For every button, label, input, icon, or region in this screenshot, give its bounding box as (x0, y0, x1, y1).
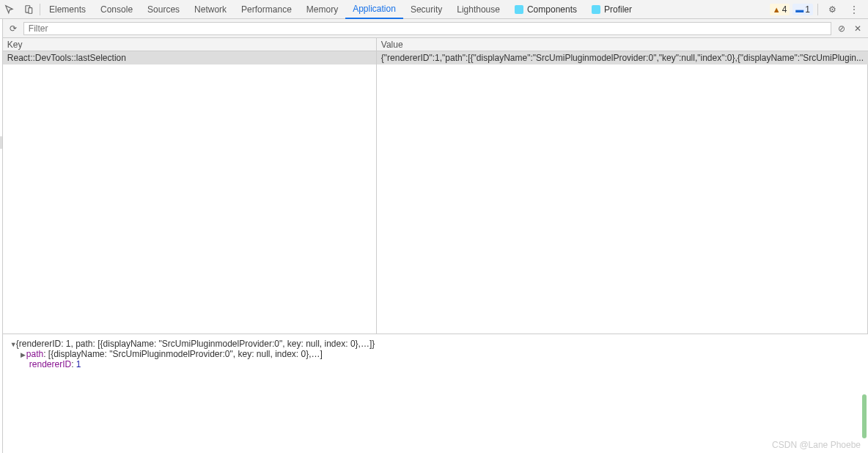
tab-network[interactable]: Network (187, 0, 234, 19)
filter-input[interactable] (23, 22, 831, 35)
obj-key: rendererID (29, 359, 71, 369)
tab-label: Profiler (604, 4, 632, 15)
filter-bar: ⟳ ⊘ ✕ (3, 19, 868, 38)
table-empty (3, 65, 868, 334)
table-row[interactable]: React::DevTools::lastSelection {"rendere… (3, 51, 868, 65)
react-icon (592, 5, 600, 14)
svg-rect-1 (29, 7, 32, 13)
cell-key: React::DevTools::lastSelection (3, 51, 377, 65)
panel-tabs: Elements Console Sources Network Perform… (42, 0, 639, 19)
th-key[interactable]: Key (3, 38, 377, 51)
table-header: Key Value (3, 38, 868, 51)
warn-count: 4 (782, 4, 787, 15)
main-area: Application ▮Manifest ✿Service Workers ☰… (0, 19, 868, 453)
detail-line-2[interactable]: ▶ path: [{displayName: "SrcUmiPluginmode… (10, 349, 861, 359)
device-icon[interactable] (19, 0, 38, 19)
toolbar-right: ▲4 ▬1 ⚙ ⋮ (770, 0, 868, 19)
storage-table: Key Value React::DevTools::lastSelection… (3, 38, 868, 453)
content-pane: ⟳ ⊘ ✕ Key Value React::DevTools::lastSel… (3, 19, 868, 453)
close-icon[interactable]: ✕ (852, 23, 864, 34)
empty-value-col (377, 65, 868, 334)
divider (817, 4, 818, 15)
tab-security[interactable]: Security (403, 0, 449, 19)
tab-memory[interactable]: Memory (299, 0, 345, 19)
detail-line-3: rendererID: 1 (10, 359, 861, 369)
obj-summary: {rendererID: 1, path: [{displayName: "Sr… (16, 339, 375, 349)
cell-value: {"rendererID":1,"path":[{"displayName":"… (377, 51, 868, 65)
clear-icon[interactable]: ⊘ (836, 23, 847, 34)
detail-line-1[interactable]: ▼ {rendererID: 1, path: [{displayName: "… (10, 339, 861, 349)
chevron-down-icon[interactable]: ▼ (10, 341, 16, 348)
obj-val: : [{displayName: "SrcUmiPluginmodelProvi… (43, 349, 323, 359)
devtools-toolbar: Elements Console Sources Network Perform… (0, 0, 868, 19)
tab-sources[interactable]: Sources (140, 0, 187, 19)
info-count: 1 (805, 4, 810, 15)
scrollbar-indicator[interactable] (862, 394, 867, 438)
tab-performance[interactable]: Performance (234, 0, 299, 19)
tab-console[interactable]: Console (93, 0, 140, 19)
more-icon[interactable]: ⋮ (845, 0, 864, 19)
chevron-right-icon[interactable]: ▶ (21, 351, 26, 358)
tab-profiler[interactable]: Profiler (584, 0, 639, 19)
settings-icon[interactable]: ⚙ (823, 0, 842, 19)
tab-components[interactable]: Components (507, 0, 584, 19)
divider (40, 4, 40, 15)
inspect-icon[interactable] (0, 0, 19, 19)
tab-label: Components (527, 4, 577, 15)
info-badge[interactable]: ▬1 (792, 4, 813, 15)
tab-elements[interactable]: Elements (42, 0, 93, 19)
th-value[interactable]: Value (377, 38, 868, 51)
obj-key: path (26, 349, 43, 359)
react-icon (515, 5, 523, 14)
obj-val: 1 (76, 359, 81, 369)
warnings-badge[interactable]: ▲4 (770, 4, 790, 15)
tab-application[interactable]: Application (345, 0, 403, 19)
detail-pane: ▼ {rendererID: 1, path: [{displayName: "… (3, 334, 868, 453)
refresh-icon[interactable]: ⟳ (7, 23, 19, 34)
empty-key-col (3, 65, 377, 334)
watermark: CSDN @Lane Phoebe (772, 440, 861, 450)
tab-lighthouse[interactable]: Lighthouse (449, 0, 507, 19)
